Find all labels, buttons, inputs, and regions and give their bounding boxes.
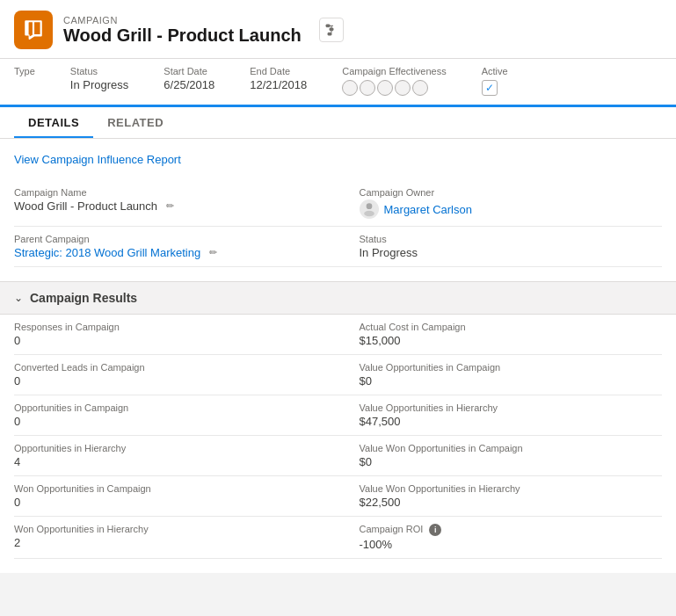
parent-campaign-value: Strategic: 2018 Wood Grill Marketing ✏	[14, 246, 324, 259]
page-title: Wood Grill - Product Launch	[63, 25, 302, 46]
meta-type: Type	[14, 66, 35, 78]
active-label: Active	[482, 66, 508, 76]
field-parent-campaign: Parent Campaign Strategic: 2018 Wood Gri…	[14, 227, 338, 267]
value-opps-hierarchy-label: Value Opportunities in Hierarchy	[360, 402, 649, 413]
start-date-value: 6/25/2018	[164, 78, 214, 91]
campaign-name-label: Campaign Name	[14, 187, 324, 198]
value-won-campaign-value: $0	[360, 455, 649, 468]
campaign-name-edit-icon[interactable]: ✏	[166, 200, 174, 212]
type-label: Type	[14, 66, 35, 76]
active-checkbox[interactable]	[482, 80, 498, 96]
chevron-down-icon[interactable]: ⌄	[14, 292, 23, 304]
breadcrumb-label: Campaign	[63, 15, 302, 25]
star-1	[342, 80, 358, 96]
tab-details[interactable]: DETAILS	[14, 107, 93, 138]
status-value: In Progress	[70, 78, 128, 91]
opportunities-campaign-label: Opportunities in Campaign	[14, 402, 324, 413]
value-opps-campaign-value: $0	[360, 374, 649, 388]
tab-related[interactable]: RELATED	[93, 107, 178, 138]
campaign-results-section-header: ⌄ Campaign Results	[0, 281, 676, 315]
result-value-won-hierarchy: Value Won Opportunities in Hierarchy $22…	[338, 476, 663, 517]
value-opps-campaign-label: Value Opportunities in Campaign	[360, 362, 649, 373]
campaign-owner-value: Margaret Carlson	[360, 199, 649, 219]
section-title: Campaign Results	[30, 291, 137, 305]
won-opportunities-campaign-label: Won Opportunities in Campaign	[14, 483, 324, 494]
opportunities-hierarchy-label: Opportunities in Hierarchy	[14, 443, 324, 453]
status-label: Status	[70, 66, 128, 76]
result-won-opportunities-hierarchy: Won Opportunities in Hierarchy 2	[14, 517, 338, 559]
opportunities-hierarchy-value: 4	[14, 455, 324, 468]
svg-point-6	[366, 203, 372, 209]
campaign-roi-label: Campaign ROI i	[360, 524, 649, 536]
avatar-icon	[360, 200, 378, 218]
campaign-owner-label: Campaign Owner	[360, 187, 649, 198]
won-opportunities-campaign-value: 0	[14, 496, 324, 509]
result-won-opportunities-campaign: Won Opportunities in Campaign 0	[14, 476, 338, 517]
end-date-label: End Date	[250, 66, 307, 76]
result-value-opps-hierarchy: Value Opportunities in Hierarchy $47,500	[338, 395, 663, 436]
status-field-label: Status	[360, 234, 649, 244]
results-grid: Responses in Campaign 0 Actual Cost in C…	[14, 315, 662, 559]
campaign-name-value: Wood Grill - Product Launch ✏	[14, 199, 324, 213]
result-actual-cost: Actual Cost in Campaign $15,000	[338, 315, 663, 355]
hierarchy-icon	[324, 23, 338, 37]
page-header: Campaign Wood Grill - Product Launch	[0, 0, 676, 59]
meta-start-date: Start Date 6/25/2018	[164, 66, 214, 91]
meta-end-date: End Date 12/21/2018	[250, 66, 307, 91]
meta-bar: Type Status In Progress Start Date 6/25/…	[0, 59, 676, 107]
opportunities-campaign-value: 0	[14, 415, 324, 428]
details-content: View Campaign Influence Report Campaign …	[0, 139, 676, 573]
field-status: Status In Progress	[338, 227, 663, 267]
result-opportunities-campaign: Opportunities in Campaign 0	[14, 395, 338, 436]
converted-leads-label: Converted Leads in Campaign	[14, 362, 324, 373]
result-converted-leads: Converted Leads in Campaign 0	[14, 355, 338, 395]
status-field-value: In Progress	[360, 246, 649, 259]
result-value-opps-campaign: Value Opportunities in Campaign $0	[338, 355, 663, 395]
meta-effectiveness: Campaign Effectiveness	[342, 66, 446, 96]
result-opportunities-hierarchy: Opportunities in Hierarchy 4	[14, 436, 338, 476]
actual-cost-value: $15,000	[360, 334, 649, 347]
effectiveness-label: Campaign Effectiveness	[342, 66, 446, 76]
end-date-value: 12/21/2018	[250, 78, 307, 91]
parent-campaign-label: Parent Campaign	[14, 234, 324, 244]
value-won-hierarchy-label: Value Won Opportunities in Hierarchy	[360, 483, 649, 494]
actual-cost-label: Actual Cost in Campaign	[360, 322, 649, 332]
fields-grid: Campaign Name Wood Grill - Product Launc…	[14, 180, 662, 267]
header-actions	[319, 18, 344, 42]
field-campaign-name: Campaign Name Wood Grill - Product Launc…	[14, 180, 338, 227]
view-influence-report-link[interactable]: View Campaign Influence Report	[14, 153, 181, 166]
value-won-campaign-label: Value Won Opportunities in Campaign	[360, 443, 649, 453]
responses-label: Responses in Campaign	[14, 322, 324, 332]
start-date-label: Start Date	[164, 66, 214, 76]
value-won-hierarchy-value: $22,500	[360, 496, 649, 509]
hierarchy-button[interactable]	[319, 18, 344, 42]
responses-value: 0	[14, 334, 324, 347]
result-responses: Responses in Campaign 0	[14, 315, 338, 355]
header-text-group: Campaign Wood Grill - Product Launch	[63, 15, 302, 46]
star-3	[377, 80, 393, 96]
result-value-won-campaign: Value Won Opportunities in Campaign $0	[338, 436, 663, 476]
tabs-bar: DETAILS RELATED	[0, 107, 676, 139]
campaign-app-icon	[14, 11, 53, 49]
meta-status: Status In Progress	[70, 66, 128, 91]
won-opportunities-hierarchy-value: 2	[14, 536, 324, 549]
star-5	[412, 80, 428, 96]
owner-avatar	[360, 199, 379, 219]
effectiveness-stars	[342, 80, 446, 96]
field-campaign-owner: Campaign Owner Margaret Carlson	[338, 180, 663, 227]
meta-active: Active	[482, 66, 508, 96]
result-campaign-roi: Campaign ROI i -100%	[338, 517, 663, 559]
star-4	[395, 80, 411, 96]
campaign-roi-info-icon[interactable]: i	[429, 524, 441, 536]
star-2	[360, 80, 375, 96]
megaphone-icon	[22, 18, 45, 41]
won-opportunities-hierarchy-label: Won Opportunities in Hierarchy	[14, 524, 324, 534]
converted-leads-value: 0	[14, 374, 324, 388]
value-opps-hierarchy-value: $47,500	[360, 415, 649, 428]
campaign-roi-value: -100%	[360, 538, 649, 551]
parent-campaign-edit-icon[interactable]: ✏	[209, 247, 217, 258]
svg-point-7	[364, 211, 374, 217]
